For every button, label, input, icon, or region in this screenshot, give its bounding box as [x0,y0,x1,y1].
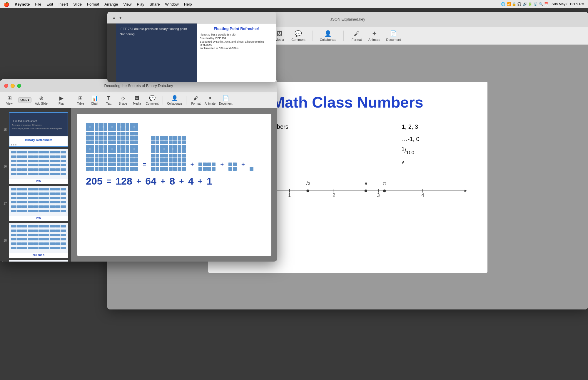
format-label: Format [191,102,201,105]
table-label: Table [77,102,84,105]
svg-text:3: 3 [377,192,380,198]
chart-label: Chart [91,102,98,105]
sep-3 [163,96,163,105]
back-collaborate-btn[interactable]: 👤 Collaborate [320,30,336,41]
menubar-window[interactable]: Window [165,2,178,6]
format-btn[interactable]: 🖌 Format [191,95,201,105]
slide-panel[interactable]: 15 · Limited punctuation! Average messag… [0,108,71,262]
table-btn[interactable]: ⊞ Table [75,95,86,105]
traffic-lights [4,84,21,88]
text-btn[interactable]: T Text [103,95,114,105]
prev-slide-2-b4: Implemented in CPUs and GPUs [200,47,274,50]
document-btn[interactable]: 📄 Document [219,95,233,105]
close-button[interactable] [4,84,8,88]
menubar-slide[interactable]: Slide [73,2,82,6]
slide-15-label: Binary Refresher! [9,136,68,143]
current-slide: = + + + [77,114,271,256]
slide-thumb-19[interactable]: 19 205 2×100 5×1 [9,260,68,262]
format-label: Format [352,38,362,41]
addslide-btn[interactable]: ⊕ Add Slide [35,95,48,105]
media-btn[interactable]: 🖼 Media [132,95,142,105]
slide-15-content: · Limited punctuation! Average message: … [9,113,68,136]
play-btn[interactable]: ▶ Play [56,95,67,105]
prev-nav-down[interactable]: ▼ [118,15,123,20]
addslide-icon: ⊕ [39,95,44,101]
plus-2: + [191,161,194,168]
sep-2 [71,96,71,105]
slide-19-grid [9,260,68,262]
eq-plus-2: + [161,177,165,186]
menubar-view[interactable]: View [123,2,132,6]
document-icon: 📄 [223,95,229,101]
prev-nav: ▲ ▼ [112,15,123,20]
chart-icon: 📊 [91,95,98,101]
view-label: View [6,102,13,105]
slide-thumb-18[interactable]: 18 205 280 5 [9,223,68,258]
main-canvas: = + + + [71,108,277,262]
svg-text:4: 4 [421,192,424,198]
grid-4 [228,163,237,171]
slide-thumb-15[interactable]: 15 · Limited punctuation! Average messag… [9,112,68,147]
menubar-format[interactable]: Format [87,2,99,6]
menubar-insert[interactable]: Insert [59,2,68,6]
maximize-button[interactable] [17,84,21,88]
menubar-right: 🌐 📶 🔒 🎧 🔊 🔋 📡 🔍 📅 Sun May 8 12:09 PM [501,2,584,6]
chart-btn[interactable]: 📊 Chart [89,95,100,105]
prev-slide-area: IEEE 754 double-precision binary floatin… [116,24,276,82]
play-icon: ▶ [59,95,64,101]
collaborate-btn[interactable]: 👤 Collaborate [167,95,182,105]
back-animate-btn[interactable]: ✦ Animate [368,30,380,41]
slide-15-title: Binary Refresher! [11,138,66,142]
comment-btn[interactable]: 💬 Comment [146,95,158,105]
bit-group-1 [250,167,253,171]
menubar-share[interactable]: Share [150,2,160,6]
shape-btn[interactable]: ◇ Shape [118,95,128,105]
apple-menu[interactable]: 🍎 [4,1,9,7]
svg-text:π: π [383,181,386,186]
svg-text:1: 1 [288,192,290,198]
text-icon: T [107,95,110,101]
slide-thumb-17[interactable]: 17 285 [9,186,68,221]
menubar-time: Sun May 8 12:09 PM [552,2,584,6]
svg-text:√2: √2 [305,181,310,186]
back-comment-btn[interactable]: 💬 Comment [291,30,305,41]
binary-vis: = + + + [86,123,263,171]
menubar-file[interactable]: File [35,2,41,6]
slide-num-16: 16 [4,165,7,168]
animate-btn[interactable]: ✦ Animate [205,95,216,105]
prev-body: IEEE 754 double-precision binary floatin… [107,24,276,82]
bit-group-8 [198,163,216,171]
slide-thumb-16[interactable]: 16 285 [9,149,68,184]
svg-text:e: e [365,181,367,186]
plus-4: + [241,161,245,168]
eq-plus-1: + [136,177,141,186]
slide-18-grid [9,223,68,253]
prev-sidebar [107,24,116,82]
menubar-play[interactable]: Play [137,2,144,6]
menubar-app[interactable]: Keynote [15,2,30,6]
slide-16-caption: 285 [9,179,68,183]
menubar-arrange[interactable]: Arrange [104,2,118,6]
prev-bullet-2: Not boring… [120,32,193,36]
prev-nav-up[interactable]: ▲ [112,15,116,20]
slide-17-caption: 285 [9,216,68,220]
slide-inner-18: 205 280 5 [9,223,68,258]
back-format-btn[interactable]: 🖌 Format [351,30,363,41]
minimize-button[interactable] [11,84,15,88]
view-btn[interactable]: ⊞ View [4,95,15,105]
dot [11,144,12,145]
zoom-dropdown[interactable]: 50% ▾ [18,97,31,103]
document-label: Document [386,38,401,41]
slide-15-subtext: Average message: 12 words [12,124,65,126]
back-document-btn[interactable]: 📄 Document [386,30,401,41]
slide-15-text: · Limited punctuation! [12,120,65,123]
toolbar-sep-4 [343,31,344,41]
menubar-help[interactable]: Help [184,2,192,6]
menubar-edit[interactable]: Edit [46,2,53,6]
collaborate-label: Collaborate [320,38,336,41]
toolbar-sep-3 [313,31,313,41]
media-icon: 🖼 [134,95,140,101]
document-label: Document [219,102,233,105]
eq-128: 128 [116,175,132,187]
zoom-chevron: ▾ [28,98,29,102]
